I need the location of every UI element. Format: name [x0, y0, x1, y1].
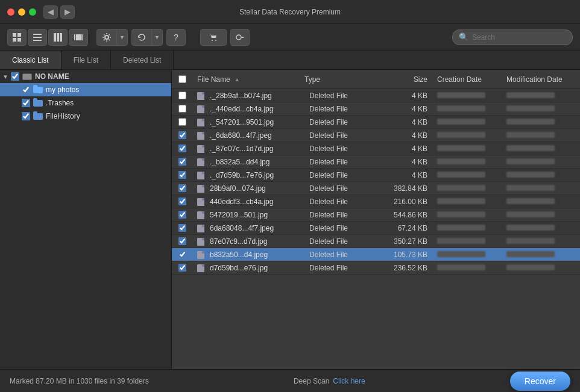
header-modification-date[interactable]: Modification Date [502, 75, 580, 84]
sidebar-item-filehistory[interactable]: FileHistory [0, 110, 171, 123]
main-layout: ▼ NO NAME my photos [0, 70, 580, 369]
modification-date-blurred [506, 225, 555, 231]
row-checkbox[interactable] [178, 237, 186, 245]
table-row[interactable]: ._6da680...4f7.jpeg Deleted File 4 KB [172, 129, 580, 142]
no-name-checkbox[interactable] [11, 72, 19, 81]
svg-rect-20 [202, 105, 204, 108]
table-row[interactable]: 6da68048...4f7.jpeg Deleted File 67.24 K… [172, 222, 580, 235]
list-view-button[interactable] [28, 29, 47, 46]
no-name-label: NO NAME [35, 72, 69, 81]
table-row[interactable]: d7d59bd...e76.jpg Deleted File 236.52 KB [172, 261, 580, 275]
row-checkbox[interactable] [178, 118, 186, 126]
row-checkbox[interactable] [178, 211, 186, 219]
sidebar-item-no-name[interactable]: ▼ NO NAME [0, 70, 171, 83]
table-row[interactable]: 5472019...501.jpg Deleted File 544.86 KB [172, 208, 580, 222]
recover-button[interactable]: Recover [510, 372, 570, 391]
table-row[interactable]: 28b9af0...074.jpg Deleted File 382.84 KB [172, 182, 580, 195]
maximize-button[interactable] [29, 8, 36, 16]
header-size[interactable]: Size [366, 75, 432, 84]
row-checkbox[interactable] [178, 131, 186, 139]
table-row[interactable]: ._547201...9501.jpg Deleted File 4 KB [172, 116, 580, 129]
file-type-icon [197, 264, 206, 272]
row-checkbox[interactable] [178, 171, 186, 179]
file-type-icon [197, 172, 206, 179]
row-creation-col [432, 198, 502, 206]
row-filename-col: ._547201...9501.jpg [192, 118, 300, 126]
modification-date-blurred [506, 158, 555, 164]
row-size-col: 105.73 KB [366, 250, 432, 259]
sidebar-item-my-photos[interactable]: my photos [0, 83, 171, 96]
trashes-checkbox[interactable] [22, 99, 30, 107]
table-row[interactable]: ._d7d59b...7e76.jpg Deleted File 4 KB [172, 169, 580, 182]
file-type-text: Deleted File [304, 211, 353, 219]
modification-date-blurred [506, 198, 555, 204]
table-row[interactable]: ._87e07c...1d7d.jpg Deleted File 4 KB [172, 142, 580, 155]
grid-view-icon [12, 33, 22, 42]
file-name-text: ._28b9af...b074.jpg [210, 92, 272, 100]
my-photos-checkbox[interactable] [22, 86, 30, 94]
row-creation-col [432, 184, 502, 193]
row-checkbox[interactable] [178, 184, 186, 192]
tab-deleted-list[interactable]: Deleted List [111, 51, 174, 69]
click-here-link[interactable]: Click here [333, 377, 365, 385]
row-checkbox[interactable] [178, 158, 186, 166]
table-row[interactable]: 87e07c9...d7d.jpg Deleted File 350.27 KB [172, 235, 580, 248]
forward-button[interactable]: ▶ [60, 5, 75, 19]
filmstrip-view-button[interactable] [69, 29, 88, 46]
search-bar[interactable]: 🔍 [452, 30, 573, 45]
table-row[interactable]: ._440edd...cb4a.jpg Deleted File 4 KB [172, 102, 580, 116]
row-checkbox[interactable] [178, 264, 186, 272]
header-type[interactable]: Type [300, 75, 366, 84]
row-type-col: Deleted File [300, 198, 366, 206]
sidebar-item-trashes[interactable]: .Trashes [0, 96, 171, 110]
row-checkbox[interactable] [178, 198, 186, 205]
header-creation-date[interactable]: Creation Date [432, 75, 502, 84]
recover-history-dropdown[interactable]: ▼ [131, 29, 163, 46]
row-type-col: Deleted File [300, 237, 366, 246]
table-row[interactable]: b832a50...d4.jpeg Deleted File 105.73 KB [172, 248, 580, 261]
svg-point-13 [105, 36, 109, 39]
cart-button[interactable] [200, 29, 227, 46]
row-size-col: 4 KB [366, 145, 432, 153]
table-row[interactable]: ._b832a5...dd4.jpg Deleted File 4 KB [172, 155, 580, 169]
row-modification-col [502, 158, 580, 166]
svg-rect-40 [202, 238, 204, 240]
table-row[interactable]: 440eddf3...cb4a.jpg Deleted File 216.00 … [172, 195, 580, 208]
modification-date-blurred [506, 185, 555, 191]
row-checkbox[interactable] [178, 105, 186, 113]
row-creation-col [432, 105, 502, 113]
modification-date-blurred [506, 172, 555, 178]
row-checkbox[interactable] [178, 224, 186, 232]
column-view-button[interactable] [48, 29, 68, 46]
grid-view-button[interactable] [7, 29, 27, 46]
file-type-text: Deleted File [304, 92, 353, 100]
toolbar: ▼ ▼ ? 🔍 [0, 24, 580, 51]
help-button[interactable]: ? [166, 29, 186, 46]
modification-date-blurred [506, 105, 555, 111]
header-filename[interactable]: File Name ▲ [192, 75, 300, 84]
modification-date-blurred [506, 92, 555, 98]
row-checkbox[interactable] [178, 250, 186, 258]
creation-date-blurred [437, 145, 485, 151]
row-size-col: 4 KB [366, 131, 432, 140]
settings-dropdown[interactable]: ▼ [96, 29, 128, 46]
row-type-col: Deleted File [300, 171, 366, 179]
row-size-col: 236.52 KB [366, 264, 432, 272]
file-type-icon [197, 145, 206, 152]
file-type-text: Deleted File [304, 264, 353, 272]
row-checkbox[interactable] [178, 92, 186, 99]
tab-file-list[interactable]: File List [61, 51, 111, 69]
select-all-checkbox[interactable] [178, 75, 186, 83]
row-filename-col: ._b832a5...dd4.jpg [192, 158, 300, 166]
file-name-text: ._d7d59b...7e76.jpg [210, 171, 274, 179]
back-button[interactable]: ◀ [43, 5, 58, 19]
row-creation-col [432, 131, 502, 140]
key-button[interactable] [230, 29, 250, 46]
row-checkbox[interactable] [178, 145, 186, 152]
table-row[interactable]: ._28b9af...b074.jpg Deleted File 4 KB [172, 89, 580, 102]
minimize-button[interactable] [18, 8, 25, 16]
close-button[interactable] [7, 8, 14, 16]
search-input[interactable] [472, 33, 566, 42]
tab-classic-list[interactable]: Classic List [0, 51, 61, 69]
filehistory-checkbox[interactable] [22, 112, 30, 120]
